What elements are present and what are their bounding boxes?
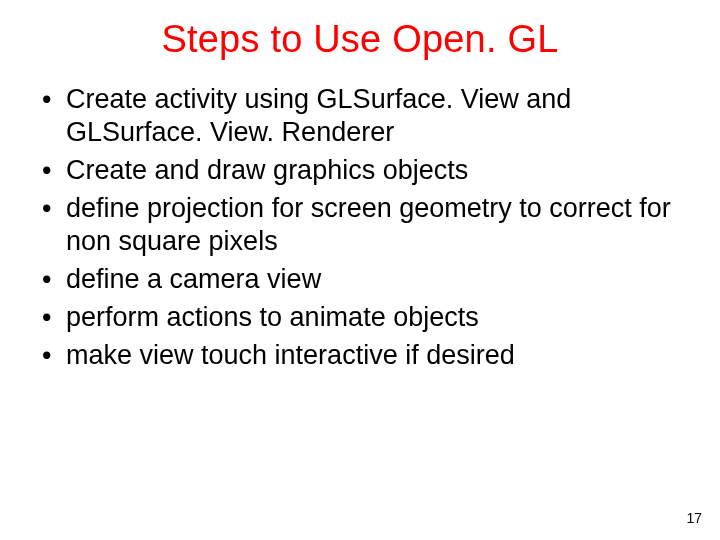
list-item: define a camera view [40,263,684,296]
page-number: 17 [686,510,702,526]
list-item: make view touch interactive if desired [40,339,684,372]
slide: Steps to Use Open. GL Create activity us… [0,0,720,540]
list-item: perform actions to animate objects [40,301,684,334]
bullet-list: Create activity using GLSurface. View an… [36,83,684,372]
list-item: Create and draw graphics objects [40,154,684,187]
slide-title: Steps to Use Open. GL [36,18,684,61]
list-item: Create activity using GLSurface. View an… [40,83,684,149]
list-item: define projection for screen geometry to… [40,192,684,258]
